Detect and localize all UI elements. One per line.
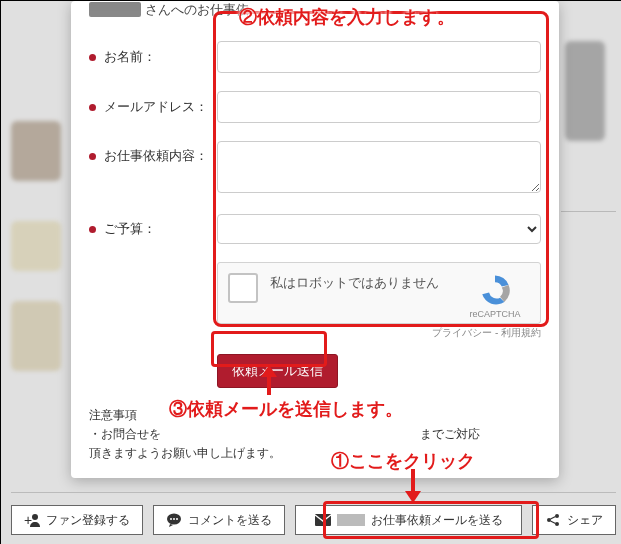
notice-heading: 注意事項 <box>89 406 541 425</box>
share-label: シェア <box>567 512 603 529</box>
share-icon <box>545 512 561 528</box>
send-job-request-mail-button[interactable]: お仕事依頼メールを送る <box>295 505 522 535</box>
svg-point-1 <box>32 514 38 520</box>
recaptcha-brand: reCAPTCHA <box>460 309 530 319</box>
label-name: お名前： <box>89 48 217 66</box>
share-button[interactable]: シェア <box>532 505 616 535</box>
add-user-icon: + <box>24 512 40 528</box>
required-bullet-icon <box>89 104 96 111</box>
svg-point-9 <box>555 522 559 526</box>
request-textarea[interactable] <box>217 141 541 193</box>
svg-point-3 <box>170 518 172 520</box>
recaptcha-logo-icon <box>478 273 512 307</box>
label-budget: ご予算： <box>89 220 217 238</box>
submit-request-button[interactable]: 依頼メール送信 <box>217 354 338 388</box>
email-input[interactable] <box>217 91 541 123</box>
send-job-request-mail-label: お仕事依頼メールを送る <box>371 512 503 529</box>
name-input[interactable] <box>217 41 541 73</box>
recaptcha-checkbox[interactable] <box>228 273 258 303</box>
notice-block: 注意事項 ・お問合せを ＿＿＿＿＿＿＿＿＿＿＿＿＿＿＿＿＿＿＿＿＿ までご対応 … <box>89 406 541 464</box>
notice-body: ・お問合せを ＿＿＿＿＿＿＿＿＿＿＿＿＿＿＿＿＿＿＿＿＿ までご対応 頂きますよ… <box>89 425 541 463</box>
budget-select[interactable] <box>217 214 541 244</box>
fan-register-label: ファン登録する <box>46 512 130 529</box>
recaptcha-widget: 私はロボットではありません reCAPTCHA <box>217 262 541 324</box>
recaptcha-terms-link[interactable]: 利用規約 <box>501 327 541 338</box>
recaptcha-links: プライバシー - 利用規約 <box>217 326 541 340</box>
send-comment-button[interactable]: コメントを送る <box>153 505 285 535</box>
modal-title: ―――― さんへのお仕事依… <box>89 1 541 23</box>
svg-point-5 <box>176 518 178 520</box>
mail-icon <box>315 512 331 528</box>
svg-point-4 <box>173 518 175 520</box>
job-request-modal: ―――― さんへのお仕事依… お名前： メールアドレス： お仕事依頼内容： <box>71 1 559 478</box>
action-bar: + ファン登録する コメントを送る お仕事依頼メールを送る シェア <box>11 505 616 535</box>
svg-rect-6 <box>315 514 331 526</box>
recaptcha-label: 私はロボットではありません <box>270 273 460 292</box>
required-bullet-icon <box>89 153 96 160</box>
send-comment-label: コメントを送る <box>188 512 272 529</box>
divider <box>11 492 616 493</box>
recaptcha-privacy-link[interactable]: プライバシー <box>432 327 492 338</box>
required-bullet-icon <box>89 226 96 233</box>
fan-register-button[interactable]: + ファン登録する <box>11 505 143 535</box>
label-email: メールアドレス： <box>89 98 217 116</box>
svg-point-8 <box>555 514 559 518</box>
redacted-name <box>337 514 365 526</box>
label-request: お仕事依頼内容： <box>89 141 217 165</box>
comment-icon <box>166 512 182 528</box>
required-bullet-icon <box>89 54 96 61</box>
